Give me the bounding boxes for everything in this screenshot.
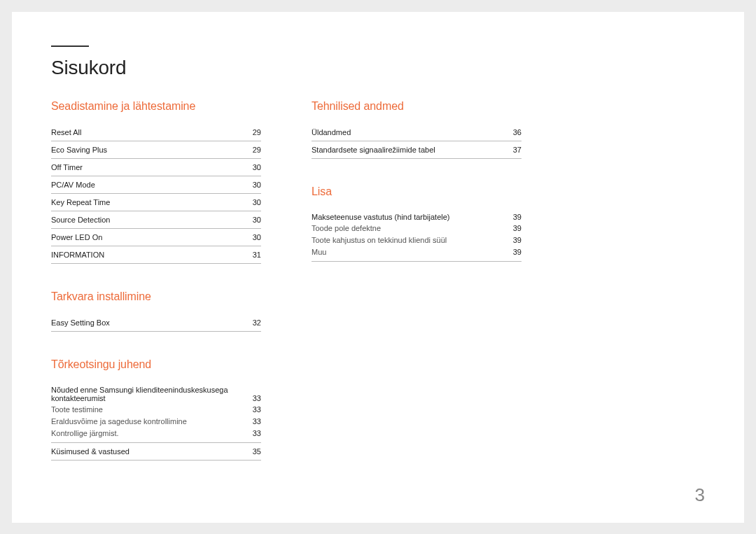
toc-entry-label: Standardsete signaalirežiimide tabel xyxy=(312,146,435,154)
toc-entry-label: Reset All xyxy=(51,128,81,136)
toc-entry-page: 29 xyxy=(247,128,261,136)
toc-entry-label: Source Detection xyxy=(51,216,110,224)
toc-subentry[interactable]: Toote testimine33 xyxy=(51,404,261,416)
toc-entry-page: 31 xyxy=(247,251,261,259)
toc-column: Tehnilised andmedÜldandmed36Standardsete… xyxy=(312,100,522,461)
toc-subentry-page: 39 xyxy=(507,248,522,256)
toc-entry-page: 33 xyxy=(247,394,261,402)
toc-entry[interactable]: Nõuded enne Samsungi klienditeeninduskes… xyxy=(51,382,261,404)
toc-entry-page: 30 xyxy=(247,198,261,206)
toc-entry-page: 29 xyxy=(247,146,261,154)
toc-subentry-page: 39 xyxy=(507,224,522,232)
toc-entry[interactable]: Off Timer30 xyxy=(51,159,261,176)
toc-entry-label: Power LED On xyxy=(51,233,102,241)
toc-subentries: Toode pole defektne39Toote kahjustus on … xyxy=(312,223,522,262)
toc-entry-label: Küsimused & vastused xyxy=(51,447,130,456)
toc-entry[interactable]: Eco Saving Plus29 xyxy=(51,141,261,159)
toc-section: Tõrkeotsingu juhendNõuded enne Samsungi … xyxy=(51,358,261,461)
toc-entry-page: 36 xyxy=(507,128,522,136)
toc-entry-label: Eco Saving Plus xyxy=(51,146,107,154)
toc-subentry-label: Muu xyxy=(312,248,326,256)
document-page: Sisukord Seadistamine ja lähtestamineRes… xyxy=(12,12,744,523)
toc-entry[interactable]: Makseteenuse vastutus (hind tarbijatele)… xyxy=(312,209,522,223)
toc-entry-page: 37 xyxy=(507,146,522,154)
toc-subentry-label: Toote testimine xyxy=(51,405,103,414)
toc-subentry[interactable]: Muu39 xyxy=(312,246,522,258)
page-title: Sisukord xyxy=(51,57,705,79)
toc-entry[interactable]: Reset All29 xyxy=(51,124,261,141)
toc-entry[interactable]: Easy Setting Box32 xyxy=(51,314,261,332)
toc-column: Seadistamine ja lähtestamineReset All29E… xyxy=(51,100,261,461)
toc-entry-page: 32 xyxy=(247,318,261,327)
title-rule xyxy=(51,45,89,47)
toc-entry-page: 30 xyxy=(247,216,261,224)
toc-entry-page: 30 xyxy=(247,181,261,189)
toc-subentry-label: Kontrollige järgmist. xyxy=(51,429,119,437)
toc-entry-label: Off Timer xyxy=(51,163,83,171)
toc-entry[interactable]: Üldandmed36 xyxy=(312,124,522,141)
toc-subentry[interactable]: Eraldusvõime ja sageduse kontrollimine33 xyxy=(51,416,261,428)
toc-subentry[interactable]: Toode pole defektne39 xyxy=(312,223,522,234)
toc-entry[interactable]: Key Repeat Time30 xyxy=(51,194,261,211)
toc-entry-page: 35 xyxy=(247,447,261,456)
toc-section: LisaMakseteenuse vastutus (hind tarbijat… xyxy=(312,185,522,262)
toc-section: Tarkvara installimineEasy Setting Box32 xyxy=(51,290,261,332)
toc-entry-label: INFORMATION xyxy=(51,251,104,259)
toc-entry[interactable]: Source Detection30 xyxy=(51,211,261,229)
toc-entry-label: Easy Setting Box xyxy=(51,318,110,327)
page-number: 3 xyxy=(695,484,705,506)
toc-section: Tehnilised andmedÜldandmed36Standardsete… xyxy=(312,100,522,159)
toc-subentry[interactable]: Toote kahjustus on tekkinud kliendi süül… xyxy=(312,234,522,246)
toc-entry-label: Makseteenuse vastutus (hind tarbijatele) xyxy=(312,213,450,221)
toc-entry[interactable]: PC/AV Mode30 xyxy=(51,176,261,194)
toc-subentry-label: Toote kahjustus on tekkinud kliendi süül xyxy=(312,236,447,244)
toc-entry[interactable]: Küsimused & vastused35 xyxy=(51,443,261,461)
toc-entry-label: Key Repeat Time xyxy=(51,198,110,206)
toc-entry-label: Üldandmed xyxy=(312,128,351,136)
toc-entry-label: Nõuded enne Samsungi klienditeeninduskes… xyxy=(51,386,233,402)
toc-subentry[interactable]: Kontrollige järgmist.33 xyxy=(51,428,261,440)
toc-entry-page: 30 xyxy=(247,163,261,171)
toc-entry-label: PC/AV Mode xyxy=(51,181,95,189)
section-heading: Tarkvara installimine xyxy=(51,290,261,303)
toc-entry-page: 39 xyxy=(507,213,522,221)
section-heading: Seadistamine ja lähtestamine xyxy=(51,100,261,113)
toc-subentry-label: Eraldusvõime ja sageduse kontrollimine xyxy=(51,417,187,426)
toc-entry[interactable]: INFORMATION31 xyxy=(51,246,261,264)
section-heading: Tehnilised andmed xyxy=(312,100,522,113)
section-heading: Lisa xyxy=(312,185,522,198)
toc-subentry-page: 33 xyxy=(247,405,261,414)
toc-subentry-page: 33 xyxy=(247,417,261,426)
section-heading: Tõrkeotsingu juhend xyxy=(51,358,261,371)
toc-subentries: Toote testimine33Eraldusvõime ja sagedus… xyxy=(51,404,261,443)
toc-subentry-label: Toode pole defektne xyxy=(312,224,381,232)
toc-section: Seadistamine ja lähtestamineReset All29E… xyxy=(51,100,261,264)
toc-subentry-page: 39 xyxy=(507,236,522,244)
toc-subentry-page: 33 xyxy=(247,429,261,437)
toc-entry[interactable]: Standardsete signaalirežiimide tabel37 xyxy=(312,141,522,159)
toc-entry[interactable]: Power LED On30 xyxy=(51,229,261,246)
toc-columns: Seadistamine ja lähtestamineReset All29E… xyxy=(51,100,705,461)
toc-entry-page: 30 xyxy=(247,233,261,241)
